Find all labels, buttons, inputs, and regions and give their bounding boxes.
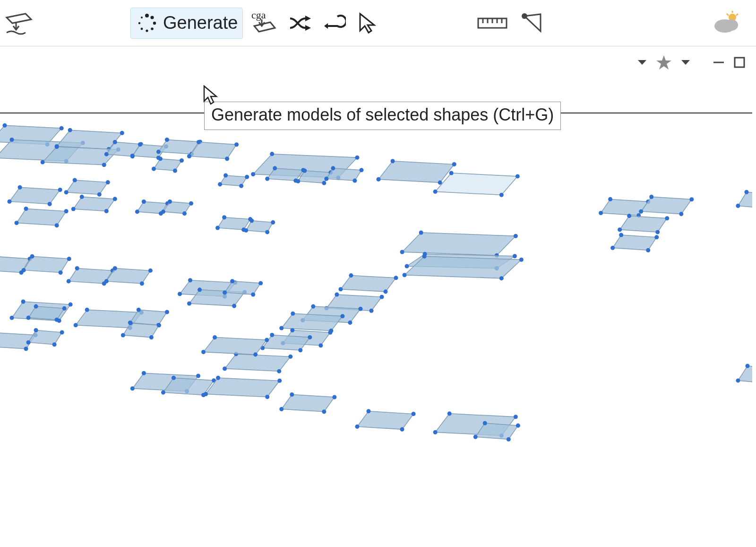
svg-point-323	[279, 407, 284, 411]
svg-point-110	[223, 173, 228, 177]
svg-point-308	[130, 386, 135, 391]
svg-point-161	[689, 197, 694, 201]
svg-point-120	[249, 218, 254, 223]
svg-point-292	[253, 352, 258, 356]
undo-redo-icon	[321, 12, 346, 35]
svg-marker-119	[246, 221, 273, 232]
svg-marker-64	[154, 159, 181, 171]
svg-point-142	[352, 179, 357, 183]
select-tool-button[interactable]	[351, 8, 383, 38]
svg-point-287	[277, 369, 281, 373]
svg-point-135	[302, 168, 307, 173]
svg-point-126	[355, 156, 359, 160]
svg-point-8	[138, 22, 140, 24]
svg-point-203	[22, 268, 26, 272]
svg-point-158	[599, 211, 603, 215]
svg-point-290	[213, 335, 217, 339]
svg-point-97	[104, 209, 109, 213]
svg-point-58	[104, 152, 109, 156]
star-icon	[656, 54, 672, 70]
svg-point-270	[85, 308, 89, 312]
ruler-button[interactable]	[472, 8, 513, 38]
svg-point-73	[156, 150, 161, 154]
svg-point-243	[338, 287, 343, 291]
svg-point-218	[67, 279, 71, 283]
svg-point-291	[265, 338, 269, 342]
maximize-button[interactable]	[731, 53, 747, 72]
svg-point-250	[311, 304, 315, 309]
svg-point-138	[296, 179, 300, 183]
svg-point-81	[58, 188, 62, 192]
svg-point-171	[654, 235, 659, 239]
svg-point-247	[369, 309, 373, 313]
minimize-button[interactable]	[711, 53, 727, 72]
svg-point-206	[69, 303, 73, 307]
minimize-icon	[713, 56, 725, 69]
view-dropdown-2-button[interactable]	[679, 53, 693, 72]
svg-marker-299	[28, 330, 62, 345]
svg-point-220	[113, 266, 117, 270]
svg-marker-144	[378, 161, 454, 182]
svg-point-107	[182, 211, 187, 216]
svg-point-105	[168, 200, 172, 204]
lighting-button[interactable]	[708, 8, 747, 38]
svg-point-275	[137, 308, 141, 312]
svg-point-92	[97, 192, 102, 197]
svg-point-210	[34, 304, 38, 309]
svg-point-241	[394, 276, 398, 280]
svg-point-276	[165, 310, 169, 314]
svg-point-213	[26, 316, 31, 320]
view-dropdown-1-button[interactable]	[635, 53, 649, 72]
svg-point-318	[204, 392, 208, 396]
svg-marker-30	[656, 55, 671, 69]
svg-point-53	[41, 160, 45, 165]
svg-point-293	[201, 350, 206, 354]
svg-point-313	[161, 391, 165, 395]
viewport-3d[interactable]	[0, 113, 752, 547]
favorite-button[interactable]	[654, 53, 674, 72]
svg-point-326	[412, 412, 416, 416]
svg-point-336	[516, 424, 520, 428]
svg-point-9	[141, 17, 143, 18]
svg-point-86	[64, 209, 69, 213]
svg-point-255	[291, 312, 295, 316]
svg-point-76	[234, 142, 239, 147]
svg-point-36	[60, 126, 64, 130]
svg-point-150	[449, 171, 454, 175]
chevron-down-icon	[680, 57, 691, 68]
face-tool-icon	[518, 11, 543, 35]
svg-point-175	[744, 190, 748, 194]
svg-point-297	[24, 347, 28, 351]
undo-redo-button[interactable]	[317, 8, 351, 38]
svg-point-178	[736, 204, 740, 208]
svg-point-300	[34, 328, 38, 332]
svg-point-170	[619, 233, 623, 237]
generate-button[interactable]: Generate	[130, 8, 243, 39]
svg-point-128	[251, 172, 255, 176]
svg-point-3	[150, 16, 154, 19]
shuffle-button[interactable]	[283, 8, 317, 38]
svg-point-200	[30, 254, 34, 259]
main-toolbar: Generate cga	[0, 0, 756, 46]
svg-point-310	[172, 376, 176, 380]
svg-point-146	[452, 162, 456, 166]
svg-point-191	[519, 258, 524, 262]
svg-point-166	[665, 216, 669, 220]
create-shape-button[interactable]	[0, 8, 41, 38]
svg-marker-189	[404, 256, 521, 278]
weather-icon	[713, 11, 742, 35]
svg-marker-314	[206, 378, 280, 397]
svg-marker-289	[204, 338, 267, 355]
svg-point-282	[149, 335, 154, 339]
svg-point-223	[104, 279, 109, 283]
assign-cga-button[interactable]: cga	[246, 8, 283, 38]
svg-point-331	[514, 415, 518, 419]
svg-marker-11	[254, 22, 275, 32]
svg-marker-31	[681, 60, 690, 65]
svg-point-151	[515, 174, 520, 178]
svg-point-65	[158, 156, 163, 161]
svg-point-320	[290, 392, 294, 397]
svg-point-153	[433, 190, 438, 194]
face-tool-button[interactable]	[513, 8, 548, 38]
svg-point-201	[67, 257, 71, 261]
